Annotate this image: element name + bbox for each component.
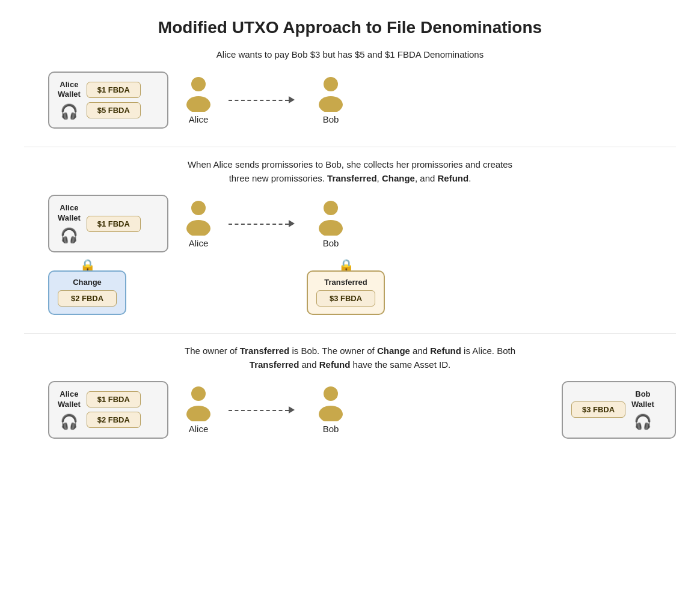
section-3: The owner of Transferred is Bob. The own… [24,344,676,439]
alice-coins-1: $1 FBDA $5 FBDA [87,82,141,118]
section2-bold3: Refund [438,173,469,183]
headphones-icon-3: 🎧 [60,413,78,430]
section3-desc: The owner of Transferred is Bob. The own… [24,344,676,371]
arrow-3 [229,404,301,415]
alice-wallet-label-1: AliceWallet [58,80,81,100]
svg-point-9 [186,406,210,421]
svg-point-0 [191,77,206,91]
alice-person-3: Alice [174,385,223,434]
alice-label-1: Alice [189,114,209,124]
bob-label-3: Bob [323,424,339,434]
bob-wallet-3: $3 FBDA BobWallet 🎧 [562,381,676,439]
svg-point-1 [186,96,210,112]
coin-1fbda-2: $1 FBDA [87,216,141,232]
transferred-group: 🔒 Transferred $3 FBDA [307,258,385,315]
s3-b4: Transferred [250,359,299,370]
section-2: When Alice sends promissories to Bob, sh… [24,158,676,315]
alice-wallet-label-2: AliceWallet [58,203,81,224]
bob-person-3: Bob [307,385,355,434]
alice-wallet-3: AliceWallet 🎧 $1 FBDA $2 FBDA [48,381,168,439]
s3-d1: The owner of [185,346,240,356]
alice-label-2: Alice [189,238,209,248]
svg-point-7 [319,220,343,236]
s3-d6: have the same Asset ID. [350,359,450,370]
svg-point-4 [191,201,206,215]
alice-person-icon-2 [183,200,214,236]
s3-b3: Refund [430,346,461,356]
headphones-icon-2: 🎧 [60,227,78,244]
bob-person-1: Bob [307,76,355,124]
transferred-coin: $3 FBDA [316,290,375,307]
svg-point-8 [191,386,206,401]
bob-wallet-label-3: BobWallet [631,389,654,410]
s3-b5: Refund [319,359,351,370]
section2-sep2: , and [415,173,438,183]
alice-wallet-label-3: AliceWallet [58,389,81,410]
coin-5fbda-1: $5 FBDA [87,102,141,118]
alice-person-icon-1 [183,76,214,112]
promissory-group: 🔒 Change $2 FBDA 🔒 Transferred $3 FBDA [48,258,676,315]
svg-point-11 [319,406,343,421]
change-box: Change $2 FBDA [48,270,126,315]
section1-desc: Alice wants to pay Bob $3 but has $5 and… [24,48,676,62]
coin-1fbda-3: $1 FBDA [87,391,141,407]
arrow-1 [229,94,301,105]
change-group: 🔒 Change $2 FBDA [48,258,126,315]
headphones-icon-1: 🎧 [60,103,78,120]
s3-d3: and [410,346,430,356]
alice-coins-2: $1 FBDA [87,216,141,232]
alice-coins-3: $1 FBDA $2 FBDA [87,391,141,428]
section3-diagram: AliceWallet 🎧 $1 FBDA $2 FBDA Alice [48,381,676,439]
bob-person-icon-3 [315,385,346,421]
alice-label-3: Alice [189,424,209,434]
section2-top-row: AliceWallet 🎧 $1 FBDA Alice [48,195,676,252]
svg-point-5 [186,220,210,236]
bob-person-2: Bob [307,200,355,248]
section2-bold2: Change [382,173,415,183]
bob-coin-3fbda: $3 FBDA [571,401,625,418]
svg-point-3 [319,96,343,112]
change-title: Change [58,278,117,287]
section1-diagram: AliceWallet 🎧 $1 FBDA $5 FBDA Alice [48,72,676,129]
svg-point-2 [324,77,338,91]
svg-point-10 [324,386,338,401]
coin-1fbda-1: $1 FBDA [87,82,141,98]
section2-bold1: Transferred [327,173,377,183]
bob-person-icon-1 [315,76,346,112]
bob-label-1: Bob [323,114,339,124]
arrow-2 [229,218,301,229]
section2-sep1: , [377,173,382,183]
alice-person-1: Alice [174,76,223,124]
transferred-box: Transferred $3 FBDA [307,270,385,315]
transferred-title: Transferred [316,278,375,287]
bob-label-2: Bob [323,238,339,248]
headphones-icon-bob: 🎧 [634,413,652,430]
s3-d4: is Alice. Both [461,346,515,356]
s3-b1: Transferred [240,346,290,356]
alice-person-icon-3 [183,385,214,421]
bob-person-icon-2 [315,200,346,236]
alice-wallet-2: AliceWallet 🎧 $1 FBDA [48,195,168,252]
section2-end: . [468,173,471,183]
svg-point-6 [324,201,338,215]
change-coin: $2 FBDA [58,290,117,307]
s3-b2: Change [377,346,410,356]
section2-desc: When Alice sends promissories to Bob, sh… [24,158,676,185]
s3-d2: is Bob. The owner of [289,346,377,356]
bob-coins-3: $3 FBDA [571,401,625,418]
alice-person-2: Alice [174,200,223,248]
s3-d5: and [299,359,319,370]
section2-diagram: AliceWallet 🎧 $1 FBDA Alice [48,195,676,315]
page-title: Modified UTXO Approach to File Denominat… [24,18,676,37]
coin-2fbda-3: $2 FBDA [87,412,141,428]
section-1: Alice wants to pay Bob $3 but has $5 and… [24,48,676,129]
alice-wallet-1: AliceWallet 🎧 $1 FBDA $5 FBDA [48,72,168,129]
